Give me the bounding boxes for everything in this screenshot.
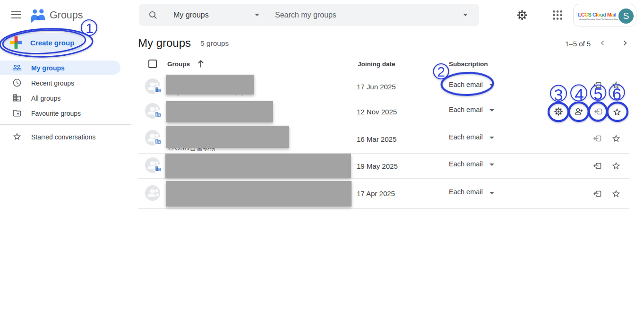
svg-text:3: 3 bbox=[554, 86, 563, 104]
svg-text:1: 1 bbox=[86, 20, 94, 36]
svg-text:2: 2 bbox=[437, 64, 445, 79]
svg-text:4: 4 bbox=[575, 85, 584, 103]
